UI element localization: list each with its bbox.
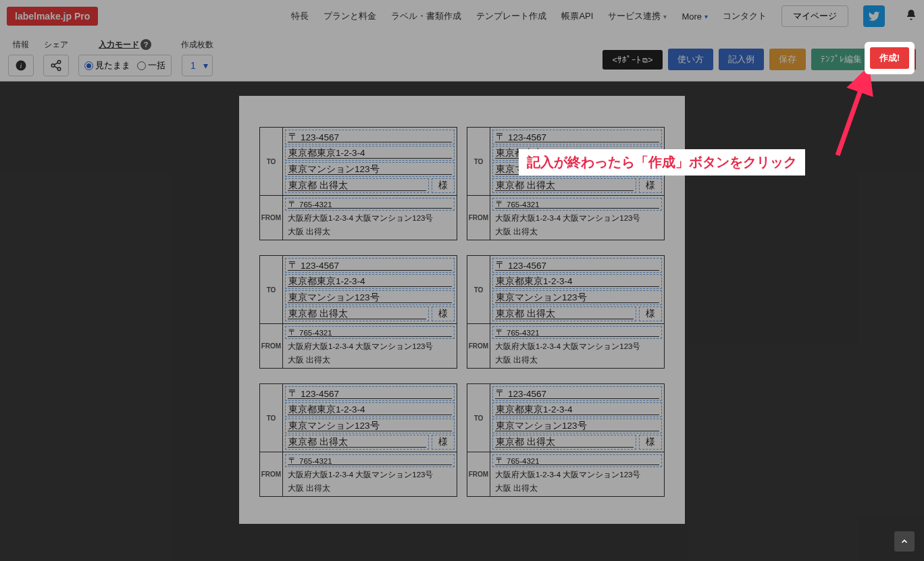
to-addr1-field[interactable]: 東京都東京1-2-3-4 <box>285 274 455 289</box>
to-honorific-field[interactable]: 様 <box>639 306 662 321</box>
from-postal-field[interactable]: 〒765-4321 <box>285 198 455 211</box>
from-label: FROM <box>260 196 283 240</box>
count-label: 作成枚数 <box>181 39 213 51</box>
twitter-icon <box>868 10 880 22</box>
to-label: TO <box>467 256 490 323</box>
nav-integration[interactable]: サービス連携▾ <box>608 10 667 22</box>
nav-features[interactable]: 特長 <box>291 10 309 22</box>
to-name-field[interactable]: 東京都 出得太 <box>285 306 429 321</box>
from-name-field[interactable]: 大阪 出得太 <box>285 482 455 494</box>
from-addr-field[interactable]: 大阪府大阪1-2-3-4 大阪マンション123号 <box>492 212 662 224</box>
create-button-highlighted[interactable]: 作成! <box>870 47 909 69</box>
nav-create-label[interactable]: ラベル・書類作成 <box>391 10 461 22</box>
to-addr2-field[interactable]: 東京マンション123号 <box>285 419 455 433</box>
to-addr1-field[interactable]: 東京都東京1-2-3-4 <box>285 402 455 417</box>
to-honorific-field[interactable]: 様 <box>639 178 662 193</box>
example-button[interactable]: 記入例 <box>719 49 764 70</box>
to-postal-field[interactable]: 〒123-4567 <box>492 258 662 273</box>
from-name-field[interactable]: 大阪 出得太 <box>285 354 455 366</box>
to-addr1-field[interactable]: 東京都東京1-2-3-4 <box>285 146 455 161</box>
svg-line-5 <box>54 63 57 65</box>
to-addr2-field[interactable]: 東京マンション123号 <box>492 419 662 433</box>
chevron-down-icon: ▾ <box>704 13 708 20</box>
nav-more[interactable]: More▾ <box>682 11 708 22</box>
count-tool: 作成枚数 1 <box>181 39 213 76</box>
from-section: FROM 〒765-4321 大阪府大阪1-2-3-4 大阪マンション123号 … <box>467 195 664 240</box>
to-postal-field[interactable]: 〒123-4567 <box>285 130 455 144</box>
from-postal-field[interactable]: 〒765-4321 <box>492 454 662 467</box>
to-honorific-field[interactable]: 様 <box>432 178 455 193</box>
twitter-button[interactable] <box>863 5 885 27</box>
scroll-top-button[interactable] <box>894 531 915 552</box>
info-icon: i <box>15 59 27 72</box>
nav-create-template[interactable]: テンプレート作成 <box>476 10 546 22</box>
nav-pricing[interactable]: プランと料金 <box>324 10 376 22</box>
info-tool: 情報 i <box>8 39 34 76</box>
from-addr-field[interactable]: 大阪府大阪1-2-3-4 大阪マンション123号 <box>492 469 662 481</box>
usage-button[interactable]: 使い方 <box>668 49 713 70</box>
from-addr-field[interactable]: 大阪府大阪1-2-3-4 大阪マンション123号 <box>492 340 662 352</box>
to-label: TO <box>260 256 283 323</box>
from-name-field[interactable]: 大阪 出得太 <box>492 354 662 366</box>
to-addr2-field[interactable]: 東京マンション123号 <box>492 290 662 305</box>
to-postal-field[interactable]: 〒123-4567 <box>492 386 662 401</box>
info-label: 情報 <box>13 39 29 51</box>
address-card: TO 〒123-4567 東京都東京1-2-3-4 東京マンション123号 東京… <box>467 127 665 240</box>
to-addr2-field[interactable]: 東京マンション123号 <box>285 290 455 305</box>
from-postal-field[interactable]: 〒765-4321 <box>492 198 662 211</box>
svg-point-2 <box>57 61 61 64</box>
bell-icon[interactable] <box>905 9 917 24</box>
to-name-field[interactable]: 東京都 出得太 <box>285 435 429 450</box>
support-button[interactable]: <ｻﾎﾟｰﾄ⧉> <box>602 50 662 70</box>
to-honorific-field[interactable]: 様 <box>432 306 455 321</box>
from-postal-field[interactable]: 〒765-4321 <box>285 454 455 467</box>
from-addr-field[interactable]: 大阪府大阪1-2-3-4 大阪マンション123号 <box>285 469 455 481</box>
to-name-field[interactable]: 東京都 出得太 <box>492 435 636 450</box>
help-icon[interactable]: ? <box>140 39 151 50</box>
chevron-down-icon: ▾ <box>663 13 667 20</box>
to-postal-field[interactable]: 〒123-4567 <box>285 258 455 273</box>
from-label: FROM <box>260 324 283 368</box>
to-honorific-field[interactable]: 様 <box>432 435 455 450</box>
nav-contact[interactable]: コンタクト <box>723 10 767 22</box>
from-section: FROM 〒765-4321 大阪府大阪1-2-3-4 大阪マンション123号 … <box>260 323 457 368</box>
to-postal-field[interactable]: 〒123-4567 <box>492 130 662 144</box>
share-button[interactable] <box>43 55 69 76</box>
svg-point-3 <box>51 64 55 68</box>
nav-api[interactable]: 帳票API <box>561 10 593 22</box>
from-label: FROM <box>260 452 283 496</box>
save-button[interactable]: 保存 <box>769 49 806 70</box>
from-name-field[interactable]: 大阪 出得太 <box>285 225 455 238</box>
mode-batch-radio[interactable]: 一括 <box>137 59 165 72</box>
annotation-arrow <box>829 71 877 159</box>
to-section: TO 〒123-4567 東京都東京1-2-3-4 東京マンション123号 東京… <box>467 384 664 452</box>
to-addr2-field[interactable]: 東京マンション123号 <box>285 162 455 177</box>
to-addr1-field[interactable]: 東京都東京1-2-3-4 <box>492 402 662 417</box>
mypage-button[interactable]: マイページ <box>781 5 848 27</box>
logo[interactable]: labelmake.jp Pro <box>7 7 98 26</box>
share-icon <box>50 59 62 72</box>
to-name-field[interactable]: 東京都 出得太 <box>492 306 636 321</box>
from-section: FROM 〒765-4321 大阪府大阪1-2-3-4 大阪マンション123号 … <box>467 452 664 496</box>
from-addr-field[interactable]: 大阪府大阪1-2-3-4 大阪マンション123号 <box>285 340 455 352</box>
to-label: TO <box>260 384 283 452</box>
info-button[interactable]: i <box>8 55 34 76</box>
to-addr1-field[interactable]: 東京都東京1-2-3-4 <box>492 274 662 289</box>
to-name-field[interactable]: 東京都 出得太 <box>492 178 636 193</box>
share-tool: シェア <box>43 39 69 76</box>
to-honorific-field[interactable]: 様 <box>639 435 662 450</box>
from-postal-field[interactable]: 〒765-4321 <box>285 326 455 339</box>
count-select[interactable]: 1 <box>182 55 213 76</box>
from-name-field[interactable]: 大阪 出得太 <box>492 225 662 238</box>
from-postal-field[interactable]: 〒765-4321 <box>492 326 662 339</box>
to-section: TO 〒123-4567 東京都東京1-2-3-4 東京マンション123号 東京… <box>467 256 664 323</box>
to-postal-field[interactable]: 〒123-4567 <box>285 386 455 401</box>
main-header: labelmake.jp Pro 特長 プランと料金 ラベル・書類作成 テンプレ… <box>0 0 924 32</box>
mode-wysiwyg-radio[interactable]: 見たまま <box>84 59 130 72</box>
from-addr-field[interactable]: 大阪府大阪1-2-3-4 大阪マンション123号 <box>285 212 455 224</box>
svg-point-4 <box>57 68 61 71</box>
to-name-field[interactable]: 東京都 出得太 <box>285 178 429 193</box>
template-edit-button[interactable]: ﾃﾝﾌﾟﾚ編集 <box>811 49 871 70</box>
address-card: TO 〒123-4567 東京都東京1-2-3-4 東京マンション123号 東京… <box>467 255 665 369</box>
from-name-field[interactable]: 大阪 出得太 <box>492 482 662 494</box>
